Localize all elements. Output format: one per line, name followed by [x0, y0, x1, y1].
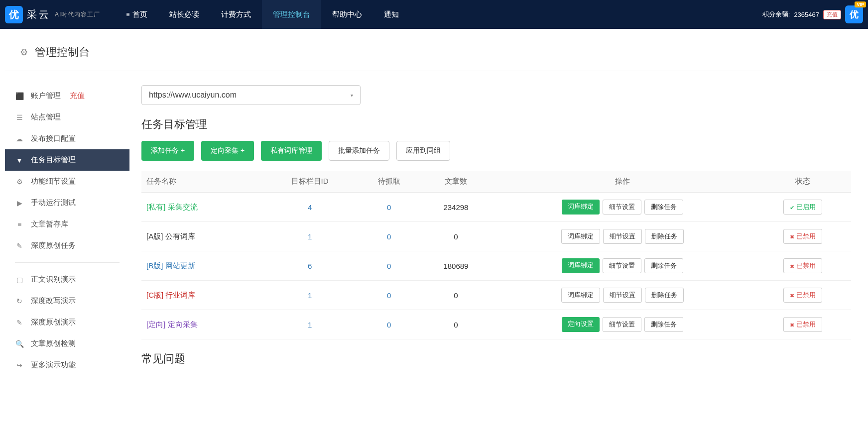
nav-item-label: 计费方式 [221, 10, 251, 19]
task-name: 公有词库 [165, 232, 195, 240]
detail-settings-button[interactable]: 细节设置 [603, 317, 641, 332]
logo-subtitle: AI时代内容工厂 [55, 10, 100, 19]
status-enabled[interactable]: 已启用 [783, 200, 822, 215]
detail-settings-button[interactable]: 细节设置 [603, 288, 642, 303]
avatar-wrap[interactable]: 优 VIP [845, 5, 863, 23]
sidebar-item-功能细节设置[interactable]: ⚙功能细节设置 [5, 171, 129, 192]
sidebar-item-正文识别演示[interactable]: ▢正文识别演示 [5, 269, 129, 290]
status-disabled[interactable]: 已禁用 [783, 288, 822, 303]
delete-task-button[interactable]: 删除任务 [644, 258, 683, 273]
nav-item-计费方式[interactable]: 计费方式 [210, 0, 262, 29]
cell-ops: 词库绑定细节设置删除任务 [491, 281, 754, 310]
share-icon: ↪ [15, 361, 24, 369]
cell-pending: 0 [357, 310, 421, 339]
sidebar-item-发布接口配置[interactable]: ☁发布接口配置 [5, 128, 129, 149]
nav-item-站长必读[interactable]: 站长必读 [158, 0, 210, 29]
sidebar-item-更多演示功能[interactable]: ↪更多演示功能 [5, 354, 129, 376]
nav-items: ≡首页站长必读计费方式管理控制台帮助中心通知 [115, 0, 410, 29]
task-name: 采集交流 [168, 203, 198, 211]
sidebar-item-手动运行测试[interactable]: ▶手动运行测试 [5, 192, 129, 214]
sidebar-item-账户管理[interactable]: ⬛账户管理充值 [5, 85, 129, 107]
detail-settings-button[interactable]: 细节设置 [603, 200, 641, 215]
cell-articles: 0 [421, 310, 491, 339]
sidebar-badge[interactable]: 充值 [70, 91, 85, 101]
recharge-button[interactable]: 充值 [823, 10, 841, 19]
sidebar-item-label: 正文识别演示 [31, 275, 76, 284]
sidebar-item-label: 深度原创任务 [31, 241, 76, 250]
sidebar-item-文章暂存库[interactable]: ≡文章暂存库 [5, 214, 129, 235]
top-navbar: 优 采云 AI时代内容工厂 ≡首页站长必读计费方式管理控制台帮助中心通知 积分余… [0, 0, 868, 29]
task-table: 任务名称 目标栏目ID 待抓取 文章数 操作 状态 [私有] 采集交流40234… [141, 171, 851, 339]
sidebar-item-任务目标管理[interactable]: ▼任务目标管理 [5, 149, 129, 171]
table-row: [A版] 公有词库100词库绑定细节设置删除任务 已禁用 [141, 222, 851, 251]
logo[interactable]: 优 采云 AI时代内容工厂 [5, 6, 100, 23]
delete-task-button[interactable]: 删除任务 [644, 317, 683, 332]
detail-settings-button[interactable]: 细节设置 [603, 229, 642, 244]
play-icon: ▶ [15, 199, 24, 207]
section-title: 任务目标管理 [141, 117, 851, 132]
cell-task-name[interactable]: [C版] 行业词库 [141, 281, 263, 310]
nav-item-帮助中心[interactable]: 帮助中心 [321, 0, 373, 29]
cell-status: 已禁用 [754, 310, 851, 339]
status-disabled[interactable]: 已禁用 [783, 317, 822, 332]
sidebar-item-label: 发布接口配置 [31, 134, 76, 143]
bind-button[interactable]: 词库绑定 [561, 288, 600, 303]
gear-icon: ⚙ [20, 47, 28, 58]
edit-icon: ✎ [15, 242, 24, 250]
sidebar-item-深度原创演示[interactable]: ✎深度原创演示 [5, 312, 129, 333]
cell-target_id: 6 [263, 251, 357, 281]
cell-task-name[interactable]: [A版] 公有词库 [141, 222, 263, 251]
directed_set-button[interactable]: 定向设置 [562, 317, 600, 332]
nav-item-label: 站长必读 [169, 10, 199, 19]
vip-badge: VIP [855, 1, 866, 7]
delete-task-button[interactable]: 删除任务 [645, 288, 684, 303]
cell-task-name[interactable]: [B版] 网站更新 [141, 251, 263, 281]
status-disabled[interactable]: 已禁用 [783, 258, 822, 273]
sidebar-item-深度原创任务[interactable]: ✎深度原创任务 [5, 235, 129, 256]
page-title: 管理控制台 [35, 45, 90, 60]
bind-button[interactable]: 词库绑定 [562, 258, 600, 273]
delete-task-button[interactable]: 删除任务 [644, 200, 683, 215]
cross-icon [790, 321, 794, 328]
sidebar-item-文章原创检测[interactable]: 🔍文章原创检测 [5, 333, 129, 354]
nav-item-首页[interactable]: ≡首页 [115, 0, 158, 29]
sidebar-item-label: 更多演示功能 [31, 360, 76, 370]
detail-settings-button[interactable]: 细节设置 [603, 258, 641, 273]
avatar: 优 [845, 5, 863, 23]
col-status: 状态 [754, 171, 851, 193]
site-select[interactable]: https://www.ucaiyun.com ▾ [141, 85, 361, 105]
col-articles: 文章数 [421, 171, 491, 193]
add-task-button[interactable]: 添加任务 + [141, 141, 194, 161]
edit-icon: ✎ [15, 319, 24, 326]
status-disabled[interactable]: 已禁用 [783, 229, 822, 244]
nav-item-管理控制台[interactable]: 管理控制台 [262, 0, 321, 29]
cell-status: 已禁用 [754, 222, 851, 251]
cell-articles: 0 [421, 281, 491, 310]
directed-collect-button[interactable]: 定向采集 + [201, 141, 254, 161]
logo-badge: 优 [5, 6, 23, 23]
cell-task-name[interactable]: [定向] 定向采集 [141, 310, 263, 339]
batch-add-button[interactable]: 批量添加任务 [329, 141, 389, 161]
private-lib-button[interactable]: 私有词库管理 [261, 141, 322, 161]
check-icon [790, 204, 794, 211]
cogs-icon: ⚙ [15, 178, 24, 186]
bind-button[interactable]: 词库绑定 [562, 200, 600, 215]
cross-icon [790, 233, 794, 240]
task-tag: [B版] [146, 261, 163, 270]
cross-icon [790, 262, 794, 270]
sidebar-item-深度改写演示[interactable]: ↻深度改写演示 [5, 290, 129, 312]
balance-value: 2365467 [794, 11, 819, 18]
bind-button[interactable]: 词库绑定 [561, 229, 600, 244]
nav-item-通知[interactable]: 通知 [373, 0, 410, 29]
delete-task-button[interactable]: 删除任务 [645, 229, 684, 244]
cell-pending: 0 [357, 251, 421, 281]
cell-articles: 234298 [421, 193, 491, 222]
sidebar-item-站点管理[interactable]: ☰站点管理 [5, 107, 129, 128]
task-name: 定向采集 [168, 320, 198, 328]
task-tag: [A版] [146, 232, 163, 240]
apply-group-button[interactable]: 应用到同组 [396, 141, 450, 161]
cell-ops: 词库绑定细节设置删除任务 [491, 193, 754, 222]
main-content: https://www.ucaiyun.com ▾ 任务目标管理 添加任务 + … [129, 76, 863, 385]
cell-task-name[interactable]: [私有] 采集交流 [141, 193, 263, 222]
cross-icon [790, 292, 794, 299]
